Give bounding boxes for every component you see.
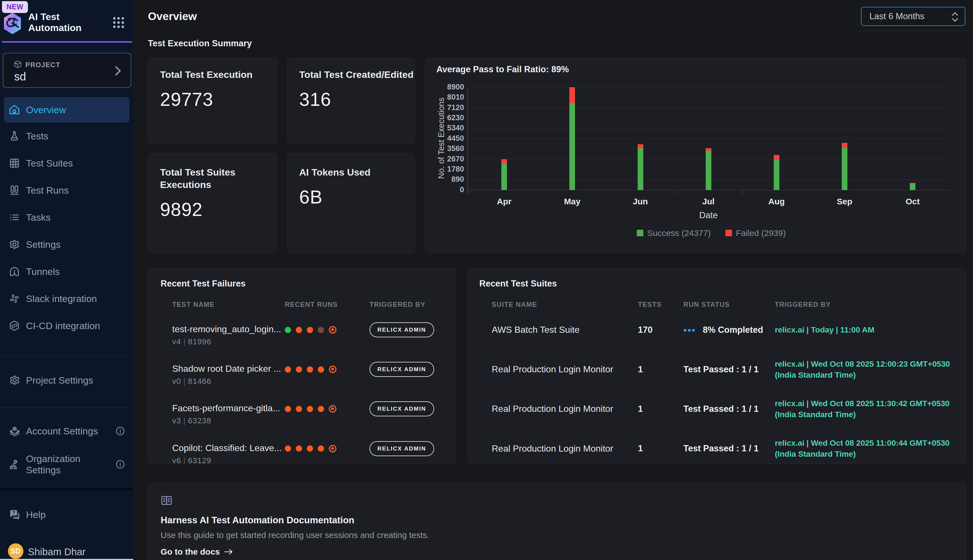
sidebar-item-tasks[interactable]: Tasks (0, 204, 133, 231)
docs-title: Harness AI Test Automation Documentation (161, 515, 954, 525)
run-dot[interactable] (285, 367, 291, 373)
bar-success-sep[interactable] (842, 148, 847, 190)
failure-row[interactable]: Shadow root Date picker ...v0|81466RELIC… (172, 350, 444, 389)
run-dot-latest[interactable] (329, 405, 337, 413)
bar-success-oct[interactable] (910, 183, 915, 190)
bar-failed-sep[interactable] (842, 143, 847, 148)
suite-name[interactable]: AWS Batch Test Suite (492, 325, 638, 335)
bar-failed-apr[interactable] (501, 159, 507, 164)
suite-name[interactable]: Real Production Login Monitor (492, 403, 638, 414)
sidebar-scrollbar[interactable] (0, 559, 133, 560)
stat-value: 6B (299, 186, 403, 208)
bar-success-jul[interactable] (706, 151, 711, 190)
recent-runs (285, 365, 370, 373)
suite-name[interactable]: Real Production Login Monitor (492, 443, 638, 454)
run-dot[interactable] (318, 406, 324, 412)
run-dot[interactable] (318, 327, 324, 333)
triggered-by-button[interactable]: RELICX ADMIN (370, 441, 434, 456)
run-dot[interactable] (285, 406, 291, 412)
bar-failed-jul[interactable] (706, 148, 711, 151)
suite-run-status: Test Passed : 1 / 1 (683, 443, 775, 453)
sidebar-item-ci-cd-integration[interactable]: CI-CD integration (0, 312, 133, 339)
sidebar-item-label: Organization Settings (26, 453, 97, 476)
failures-table: TEST NAMERECENT RUNSTRIGGERED BYtest-rem… (172, 299, 444, 464)
info-icon[interactable] (115, 459, 125, 469)
suite-row[interactable]: Real Production Login Monitor1Test Passe… (492, 429, 955, 464)
sidebar-item-tests[interactable]: Tests (0, 122, 133, 150)
run-dot[interactable] (296, 367, 302, 373)
sidebar-item-settings[interactable]: Settings (0, 231, 133, 258)
suite-triggered-by[interactable]: relicx.ai | Today | 11:00 AM (775, 324, 955, 335)
run-dot[interactable] (296, 327, 302, 333)
run-status-text: 8% Completed (703, 325, 763, 335)
run-dot[interactable] (285, 327, 291, 333)
failure-row[interactable]: Facets-performance-gitla...v3|63238RELIC… (172, 389, 444, 429)
run-dot[interactable] (307, 327, 313, 333)
run-dot[interactable] (307, 406, 313, 412)
triggered-by-button[interactable]: RELICX ADMIN (370, 402, 434, 416)
triggered-by-button[interactable]: RELICX ADMIN (370, 322, 434, 337)
bar-success-may[interactable] (569, 103, 575, 190)
run-dot[interactable] (296, 406, 302, 412)
run-dot[interactable] (318, 445, 324, 452)
stat-value: 316 (299, 88, 403, 110)
sidebar-item-label: Tunnels (26, 266, 60, 277)
layers-gear-icon (8, 425, 21, 437)
sidebar-item-project-settings[interactable]: Project Settings (0, 367, 133, 394)
y-axis-title: No. of Test Executions (437, 93, 446, 183)
sidebar-item-tunnels[interactable]: Tunnels (0, 258, 133, 285)
sidebar-item-label: Tests (26, 131, 48, 142)
failure-row[interactable]: Copilot: Classified: Leave...v6|63129REL… (172, 429, 444, 464)
suite-triggered-by[interactable]: relicx.ai | Wed Oct 08 2025 11:30:42 GMT… (775, 398, 955, 420)
sidebar-item-account-settings[interactable]: Account Settings (0, 417, 133, 445)
app-switcher-icon[interactable] (112, 17, 125, 29)
stat-card-total-test-execution: Total Test Execution 29773 (148, 58, 277, 143)
run-dot-latest[interactable] (329, 365, 337, 373)
docs-link[interactable]: Go to the docs (161, 547, 954, 557)
test-name[interactable]: Facets-performance-gitla... (172, 403, 285, 413)
project-value: sd (14, 70, 26, 83)
bar-success-apr[interactable] (501, 163, 507, 190)
triggered-by-button[interactable]: RELICX ADMIN (370, 362, 434, 377)
test-name[interactable]: test-removing_auto_login... (172, 324, 285, 335)
y-axis-line (467, 87, 468, 194)
suite-triggered-by[interactable]: relicx.ai | Wed Oct 08 2025 12:00:23 GMT… (775, 358, 955, 380)
suite-name[interactable]: Real Production Login Monitor (492, 364, 638, 375)
bar-failed-jun[interactable] (638, 144, 643, 148)
sidebar-item-test-suites[interactable]: Test Suites (0, 150, 133, 177)
x-tick (811, 190, 811, 194)
suite-row[interactable]: AWS Batch Test Suite170•••8% Completedre… (492, 310, 955, 350)
run-dot[interactable] (318, 367, 324, 373)
column-header: RUN STATUS (683, 301, 775, 308)
bar-failed-aug[interactable] (774, 155, 779, 160)
suite-triggered-by[interactable]: relicx.ai | Wed Oct 08 2025 11:00:44 GMT… (775, 438, 955, 460)
sidebar-item-organization-settings[interactable]: Organization Settings (0, 451, 133, 478)
run-dot-latest[interactable] (329, 445, 337, 452)
run-dot-latest[interactable] (329, 326, 337, 333)
date-range-select[interactable]: Last 6 Months (861, 7, 965, 26)
test-name[interactable]: Shadow root Date picker ... (172, 363, 285, 374)
bar-failed-oct[interactable] (910, 183, 915, 183)
project-label: PROJECT (25, 61, 60, 69)
sidebar-item-help[interactable]: ? Help (0, 501, 133, 528)
run-dot[interactable] (307, 445, 313, 452)
bar-failed-may[interactable] (569, 87, 575, 103)
sidebar-item-test-runs[interactable]: Test Runs (0, 177, 133, 204)
sidebar-item-overview[interactable]: Overview (4, 97, 129, 122)
x-tick-label: Jul (691, 197, 725, 206)
run-dot[interactable] (296, 445, 302, 452)
user-menu[interactable]: SD Shibam Dhar (0, 542, 133, 560)
main-content: Overview Last 6 Months Test Execution Su… (133, 0, 973, 560)
test-name[interactable]: Copilot: Classified: Leave... (172, 443, 285, 453)
bar-success-jun[interactable] (638, 148, 643, 190)
sidebar-item-label: CI-CD integration (26, 320, 100, 332)
project-selector[interactable]: PROJECT sd (3, 53, 131, 88)
bar-success-aug[interactable] (774, 160, 779, 190)
run-dot[interactable] (307, 367, 313, 373)
sidebar-item-slack-integration[interactable]: Slack integration (0, 285, 133, 312)
suite-row[interactable]: Real Production Login Monitor1Test Passe… (492, 350, 955, 389)
suite-row[interactable]: Real Production Login Monitor1Test Passe… (492, 389, 955, 429)
info-icon[interactable] (115, 426, 125, 436)
failure-row[interactable]: test-removing_auto_login...v4|81996RELIC… (172, 310, 444, 350)
run-dot[interactable] (285, 445, 291, 452)
